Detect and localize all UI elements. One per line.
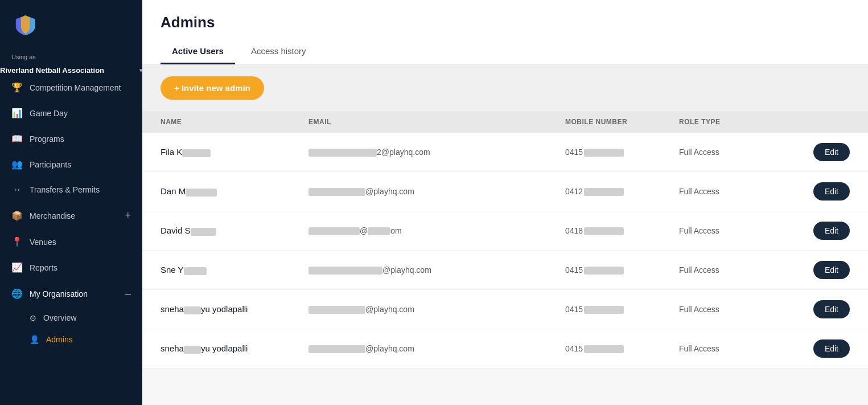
edit-button[interactable]: Edit — [813, 339, 850, 358]
venues-icon: 📍 — [11, 236, 23, 247]
edit-button[interactable]: Edit — [813, 143, 850, 161]
user-name: David S — [161, 226, 308, 235]
edit-action: Edit — [793, 261, 850, 279]
table-row: Dan M @playhq.com 0412 Full Access Edit — [142, 172, 868, 211]
user-email: @om — [308, 226, 565, 235]
user-mobile: 0415 — [565, 305, 679, 314]
gameday-icon: 📊 — [11, 108, 23, 118]
page-title: Admins — [161, 14, 850, 31]
transfers-icon: ↔ — [11, 185, 23, 195]
col-mobile: MOBILE NUMBER — [565, 118, 679, 126]
overview-icon: ⊙ — [30, 313, 36, 322]
col-action — [793, 118, 850, 126]
edit-button[interactable]: Edit — [813, 300, 850, 318]
user-mobile: 0412 — [565, 187, 679, 196]
minus-icon: – — [125, 288, 131, 300]
programs-icon: 📖 — [11, 133, 23, 144]
sidebar-item-game-day[interactable]: 📊 Game Day — [0, 100, 142, 126]
sidebar-item-participants[interactable]: 👥 Participants — [0, 152, 142, 177]
edit-action: Edit — [793, 182, 850, 201]
user-email: @playhq.com — [308, 187, 565, 196]
edit-action: Edit — [793, 339, 850, 358]
logo-container: PlayHQ — [0, 0, 142, 50]
table-row: David S @om 0418 Full Access Edit — [142, 211, 868, 251]
admins-table: NAME EMAIL MOBILE NUMBER ROLE TYPE Fila … — [142, 111, 868, 369]
user-role: Full Access — [679, 305, 793, 314]
user-name: Sne Y — [161, 265, 308, 275]
edit-button[interactable]: Edit — [813, 261, 850, 279]
sidebar-item-programs[interactable]: 📖 Programs — [0, 126, 142, 152]
user-name: snehayu yodlapalli — [161, 304, 308, 314]
table-row: snehayu yodlapalli @playhq.com 0415 Full… — [142, 290, 868, 329]
org-name[interactable]: Riverland Netball Association ▾ — [0, 66, 142, 75]
table-header: NAME EMAIL MOBILE NUMBER ROLE TYPE — [142, 111, 868, 133]
plus-icon: + — [125, 210, 131, 222]
user-email: 2@playhq.com — [308, 148, 565, 157]
sidebar-subitem-overview[interactable]: ⊙ Overview — [0, 307, 142, 329]
user-role: Full Access — [679, 187, 793, 196]
invite-new-admin-button[interactable]: + Invite new admin — [161, 76, 264, 100]
edit-button[interactable]: Edit — [813, 222, 850, 240]
user-mobile: 0415 — [565, 265, 679, 275]
trophy-icon: 🏆 — [11, 82, 23, 93]
sidebar-item-my-organisation[interactable]: 🌐 My Organisation – — [0, 280, 142, 307]
table-row: Fila K 2@playhq.com 0415 Full Access Edi… — [142, 133, 868, 172]
main-header: Admins Active Users Access history — [142, 0, 868, 65]
admin-icon: 👤 — [30, 335, 39, 344]
merchandise-icon: 📦 — [11, 210, 23, 221]
user-email: @playhq.com — [308, 265, 565, 275]
edit-action: Edit — [793, 300, 850, 318]
participants-icon: 👥 — [11, 159, 23, 170]
using-as-label: Using as — [0, 50, 142, 66]
user-name: Dan M — [161, 186, 308, 196]
user-name: Fila K — [161, 147, 308, 157]
col-role: ROLE TYPE — [679, 118, 793, 126]
user-mobile: 0415 — [565, 344, 679, 353]
sidebar: PlayHQ Using as Riverland Netball Associ… — [0, 0, 142, 405]
user-role: Full Access — [679, 226, 793, 235]
table-row: snehayu yodlapalli @playhq.com 0415 Full… — [142, 329, 868, 369]
user-role: Full Access — [679, 265, 793, 275]
invite-bar: + Invite new admin — [142, 65, 868, 111]
main-body: + Invite new admin NAME EMAIL MOBILE NUM… — [142, 65, 868, 405]
table-row: Sne Y @playhq.com 0415 Full Access Edit — [142, 251, 868, 290]
user-email: @playhq.com — [308, 305, 565, 314]
globe-icon: 🌐 — [11, 288, 23, 299]
user-name: snehayu yodlapalli — [161, 343, 308, 353]
col-name: NAME — [161, 118, 308, 126]
reports-icon: 📈 — [11, 262, 23, 273]
user-email: @playhq.com — [308, 344, 565, 353]
col-email: EMAIL — [308, 118, 565, 126]
sidebar-item-competition-management[interactable]: 🏆 Competition Management — [0, 75, 142, 100]
sidebar-subitem-admins[interactable]: 👤 Admins — [0, 329, 142, 350]
user-role: Full Access — [679, 344, 793, 353]
user-mobile: 0418 — [565, 226, 679, 235]
sidebar-item-transfers-permits[interactable]: ↔ Transfers & Permits — [0, 177, 142, 202]
tab-access-history[interactable]: Access history — [240, 40, 318, 64]
main-content: Admins Active Users Access history + Inv… — [142, 0, 868, 405]
tabs: Active Users Access history — [161, 40, 850, 64]
sidebar-item-reports[interactable]: 📈 Reports — [0, 255, 142, 280]
edit-button[interactable]: Edit — [813, 182, 850, 201]
tab-active-users[interactable]: Active Users — [161, 40, 235, 64]
edit-action: Edit — [793, 222, 850, 240]
sidebar-item-merchandise[interactable]: 📦 Merchandise + — [0, 202, 142, 229]
user-role: Full Access — [679, 148, 793, 157]
sidebar-item-venues[interactable]: 📍 Venues — [0, 229, 142, 255]
edit-action: Edit — [793, 143, 850, 161]
user-mobile: 0415 — [565, 148, 679, 157]
